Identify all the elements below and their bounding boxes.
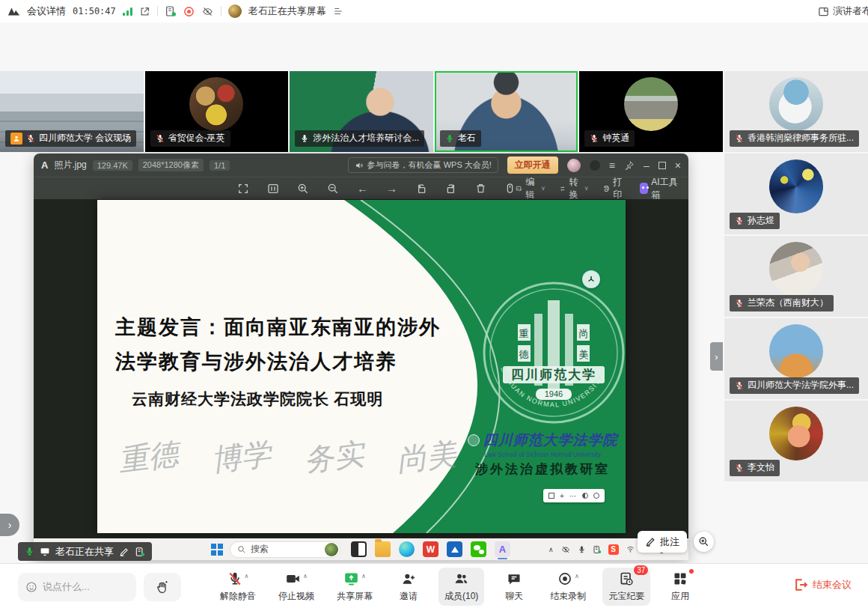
collapse-panel-left-handle[interactable]: › [0, 514, 19, 536]
task-view-icon[interactable] [351, 541, 367, 557]
open-vip-button[interactable]: 立即开通 [507, 156, 558, 174]
chevron-up-icon[interactable]: ∧ [245, 573, 249, 580]
svg-text:美: 美 [579, 349, 589, 360]
file-explorer-icon[interactable] [375, 541, 391, 557]
pin-window-icon[interactable] [624, 160, 635, 171]
close-button[interactable]: × [675, 160, 681, 171]
user-avatar[interactable] [567, 159, 581, 172]
wechat-icon[interactable] [471, 541, 486, 557]
chevron-up-icon[interactable]: ∧ [303, 573, 308, 580]
video-tile-active-speaker[interactable]: 老石 [435, 71, 578, 152]
meeting-details-link[interactable]: 会议详情 [27, 4, 66, 18]
convert-menu[interactable]: 转换 ∨ [559, 176, 589, 201]
tray-wifi-icon[interactable] [626, 545, 635, 553]
wps-promo-banner[interactable]: 参与问卷，有机会赢 WPS 大会员! [348, 157, 498, 173]
video-tile[interactable]: 省贸促会-巫英 [145, 71, 289, 152]
tray-device-icon[interactable] [593, 545, 602, 554]
annotate-pencil-icon[interactable] [119, 547, 129, 557]
tray-s-app-icon[interactable]: S [608, 544, 619, 555]
video-tile[interactable]: 李文怡 [724, 401, 868, 481]
emoji-smile-icon[interactable] [25, 581, 37, 593]
participant-label: 香港韩润燊律师事务所驻... [730, 130, 859, 147]
wps-image-canvas[interactable]: 主题发言：面向南亚东南亚的涉外 法学教育与涉外法治人才培养 云南财经大学法政学院… [34, 199, 688, 538]
print-menu[interactable]: 打印 [602, 176, 626, 201]
scroll-mode-icon[interactable] [504, 183, 516, 194]
more-tool-icon[interactable]: ⋯ [569, 492, 577, 500]
zoom-out-icon[interactable] [327, 183, 339, 195]
ai-toolbox-icon [640, 183, 648, 194]
wps-ai-assistant-bubble[interactable] [582, 270, 600, 288]
window-menu-button[interactable]: ≡ [609, 160, 615, 171]
hide-view-icon[interactable] [201, 6, 214, 17]
zoom-in-icon[interactable] [297, 183, 309, 195]
collapse-sidebar-handle[interactable]: › [710, 342, 723, 371]
chat-button[interactable]: 聊天 [495, 568, 534, 606]
invite-button[interactable]: 邀请 [389, 568, 428, 606]
prev-image-icon[interactable]: ← [357, 182, 368, 195]
tray-eye-off-icon[interactable] [560, 545, 571, 554]
chevron-right-icon: › [8, 519, 12, 531]
chat-message-input[interactable]: 说点什么... [18, 573, 136, 601]
fit-window-icon[interactable] [267, 183, 279, 195]
settings-tool-icon[interactable] [593, 493, 599, 499]
contrast-tool-icon[interactable] [582, 493, 588, 499]
ai-toolbox-menu[interactable]: AI工具箱 [640, 176, 678, 201]
recording-indicator-icon[interactable] [183, 6, 195, 17]
video-tile[interactable]: 孙志煜 [724, 153, 868, 234]
video-tile[interactable]: 兰荣杰（西南财大） [724, 236, 868, 317]
recording-device-icon[interactable] [165, 5, 177, 17]
participant-label: 李文怡 [730, 460, 780, 476]
participant-name: 涉外法治人才培养研讨会... [313, 132, 419, 145]
ai-notes-button[interactable]: 37 元宝纪要 [602, 568, 650, 606]
wps-picture-app-icon[interactable]: A [495, 541, 510, 557]
fullscreen-icon[interactable] [237, 183, 249, 195]
promo-text: 参与问卷，有机会赢 WPS 大会员! [367, 159, 492, 171]
share-screen-button[interactable]: ∧ 共享屏幕 [331, 568, 379, 606]
recording-device-icon[interactable] [135, 547, 145, 557]
select-tool-icon[interactable] [548, 493, 554, 499]
sharing-status-text: 老石正在共享 [55, 545, 114, 559]
avatar [189, 77, 243, 131]
delete-icon[interactable] [475, 183, 486, 194]
image-hover-toolbar[interactable]: + ⋯ [543, 489, 605, 502]
wps-office-icon[interactable]: W [423, 541, 438, 557]
plus-tool-icon[interactable]: + [560, 492, 564, 500]
edge-browser-icon[interactable] [399, 541, 415, 557]
rotate-left-icon[interactable] [415, 183, 427, 195]
wps-cloud-icon[interactable] [447, 541, 462, 557]
unmute-button[interactable]: ∧ 解除静音 [214, 568, 262, 606]
video-tile[interactable]: 涉外法治人才培养研讨会... [290, 71, 433, 152]
magnifier-button[interactable] [694, 532, 714, 552]
minimize-button[interactable]: – [644, 160, 650, 171]
room-device-icon [10, 133, 22, 145]
stop-recording-button[interactable]: ∧ 结束录制 [544, 568, 592, 606]
video-tile[interactable]: 钟英通 [579, 71, 723, 152]
annotate-button[interactable]: 批注 [638, 531, 687, 553]
next-image-icon[interactable]: → [386, 182, 397, 195]
members-button[interactable]: 成员(10) [438, 568, 484, 606]
chevron-up-icon[interactable]: ∧ [575, 573, 579, 580]
chevron-up-icon[interactable]: ∧ [361, 573, 366, 580]
button-label: 停止视频 [278, 590, 314, 603]
raise-hand-button[interactable] [144, 573, 181, 601]
search-highlight-thumbnail[interactable] [325, 543, 338, 556]
tray-mic-icon[interactable] [578, 545, 586, 554]
apps-button[interactable]: 应用 [661, 568, 700, 606]
edit-menu[interactable]: 编辑 ∨ [516, 176, 545, 201]
video-tile[interactable]: 香港韩润燊律师事务所驻... [724, 71, 868, 152]
stop-video-button[interactable]: ∧ 停止视频 [272, 568, 320, 606]
participant-label: 省贸促会-巫英 [150, 130, 230, 147]
law-school-seal-icon [468, 434, 480, 446]
video-tile-room[interactable]: 四川师范大学 会议现场 [0, 71, 144, 152]
taskbar-search-box[interactable]: 搜索 [230, 541, 340, 558]
end-meeting-button[interactable]: 结束会议 [793, 577, 852, 592]
layout-switch-button[interactable]: 演讲者布局 [818, 0, 868, 22]
open-external-icon[interactable] [139, 6, 150, 17]
rotate-right-icon[interactable] [445, 183, 457, 195]
video-tile[interactable]: 四川师范大学法学院外事... [724, 318, 868, 399]
windows-start-button[interactable] [211, 544, 223, 556]
share-list-icon[interactable] [333, 6, 343, 16]
maximize-button[interactable] [658, 162, 666, 169]
screen-share-icon [40, 547, 50, 556]
tray-expand-icon[interactable]: ∧ [548, 546, 554, 553]
